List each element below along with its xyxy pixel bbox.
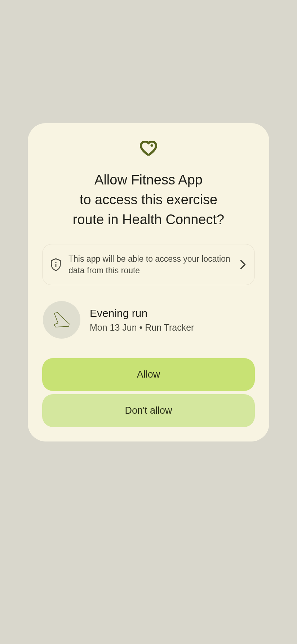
svg-rect-2 — [56, 264, 57, 267]
permission-dialog: Allow Fitness App to access this exercis… — [28, 123, 269, 442]
allow-button[interactable]: Allow — [42, 358, 255, 391]
health-connect-heart-icon — [139, 141, 158, 156]
chevron-right-icon — [239, 260, 247, 270]
route-text: Evening run Mon 13 Jun • Run Tracker — [90, 307, 194, 333]
info-banner-text: This app will be able to access your loc… — [68, 253, 232, 276]
route-title: Evening run — [90, 307, 194, 319]
route-item: Evening run Mon 13 Jun • Run Tracker — [42, 301, 255, 339]
dialog-title: Allow Fitness App to access this exercis… — [42, 170, 255, 230]
dont-allow-button[interactable]: Don't allow — [42, 394, 255, 427]
app-icon-wrap — [42, 141, 255, 156]
shield-info-icon — [50, 258, 61, 271]
route-map-avatar — [43, 301, 80, 339]
svg-point-1 — [55, 262, 56, 263]
info-banner[interactable]: This app will be able to access your loc… — [42, 244, 255, 285]
route-subtitle: Mon 13 Jun • Run Tracker — [90, 322, 194, 333]
route-path-icon — [49, 307, 74, 332]
svg-point-0 — [151, 144, 153, 147]
